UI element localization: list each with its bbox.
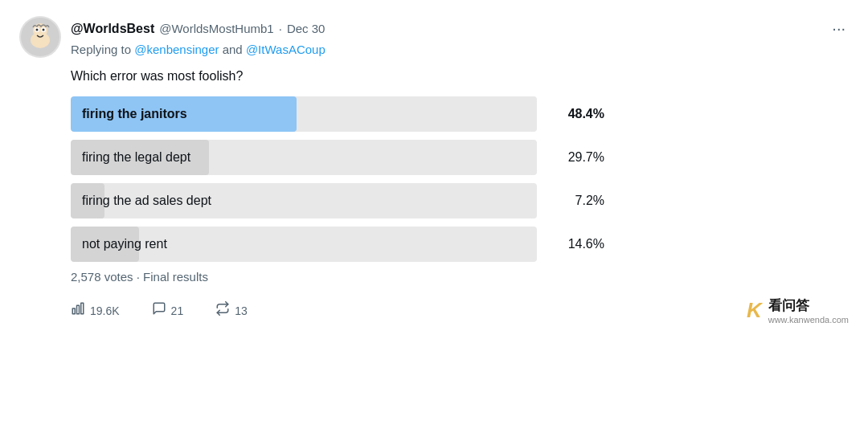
tweet-text: Which error was most foolish? [71, 67, 849, 85]
retweet-icon [215, 301, 230, 320]
display-name: @WorldsBest [71, 22, 154, 36]
tweet-header: @WorldsBest @WorldsMostHumb1 · Dec 30 ··… [19, 16, 849, 58]
retweet-count: 13 [235, 304, 248, 317]
stats-action[interactable]: 19.6K [71, 301, 120, 320]
svg-point-5 [36, 29, 39, 31]
watermark-k: K [747, 298, 762, 323]
comment-icon [152, 301, 166, 320]
replying-label: Replying to [71, 43, 131, 56]
poll-option[interactable]: firing the ad sales dept7.2% [71, 183, 633, 218]
watermark-text-block: 看问答 www.kanwenda.com [768, 296, 849, 325]
svg-rect-8 [77, 306, 80, 315]
tweet-date: Dec 30 [287, 22, 326, 35]
poll-percentage: 48.4% [548, 107, 604, 121]
reply-user-2[interactable]: @ItWasACoup [246, 43, 326, 56]
poll-option-label: not paying rent [82, 237, 167, 251]
svg-rect-9 [81, 304, 84, 315]
tweet-actions: 19.6K 21 [71, 296, 849, 325]
watermark-url: www.kanwenda.com [768, 315, 849, 325]
comment-action[interactable]: 21 [152, 301, 184, 320]
tweet-card: @WorldsBest @WorldsMostHumb1 · Dec 30 ··… [0, 0, 868, 441]
svg-point-6 [43, 29, 45, 31]
poll-option-label: firing the janitors [82, 107, 187, 121]
header-content: @WorldsBest @WorldsMostHumb1 · Dec 30 ··… [71, 16, 849, 56]
separator: · [279, 22, 282, 35]
svg-rect-7 [72, 308, 75, 314]
username: @WorldsMostHumb1 [159, 22, 274, 35]
poll-percentage: 29.7% [548, 150, 604, 165]
stats-icon [71, 301, 85, 320]
poll-container: firing the janitors48.4%firing the legal… [71, 96, 633, 262]
poll-footer: 2,578 votes · Final results [71, 270, 849, 284]
more-options-icon[interactable]: ··· [829, 16, 849, 41]
watermark-brand: 看问答 [768, 298, 809, 313]
reply-user-1[interactable]: @kenbensinger [134, 43, 219, 56]
tweet-body: Which error was most foolish? firing the… [71, 67, 849, 325]
poll-option-label: firing the legal dept [82, 150, 190, 165]
poll-option[interactable]: firing the janitors48.4% [71, 96, 633, 132]
user-info: @WorldsBest @WorldsMostHumb1 · Dec 30 [71, 22, 325, 36]
poll-option[interactable]: firing the legal dept29.7% [71, 140, 633, 175]
poll-option[interactable]: not paying rent14.6% [71, 227, 633, 262]
poll-percentage: 14.6% [548, 237, 604, 251]
replying-to: Replying to @kenbensinger and @ItWasACou… [71, 43, 849, 56]
watermark: K 看问答 www.kanwenda.com [747, 296, 849, 325]
poll-option-label: firing the ad sales dept [82, 194, 211, 208]
reply-and-text: and [223, 43, 243, 56]
poll-percentage: 7.2% [548, 194, 604, 208]
comment-count: 21 [171, 304, 184, 317]
avatar [19, 16, 61, 58]
retweet-action[interactable]: 13 [215, 301, 248, 320]
stats-count: 19.6K [90, 304, 120, 317]
user-row: @WorldsBest @WorldsMostHumb1 · Dec 30 ··… [71, 16, 849, 41]
